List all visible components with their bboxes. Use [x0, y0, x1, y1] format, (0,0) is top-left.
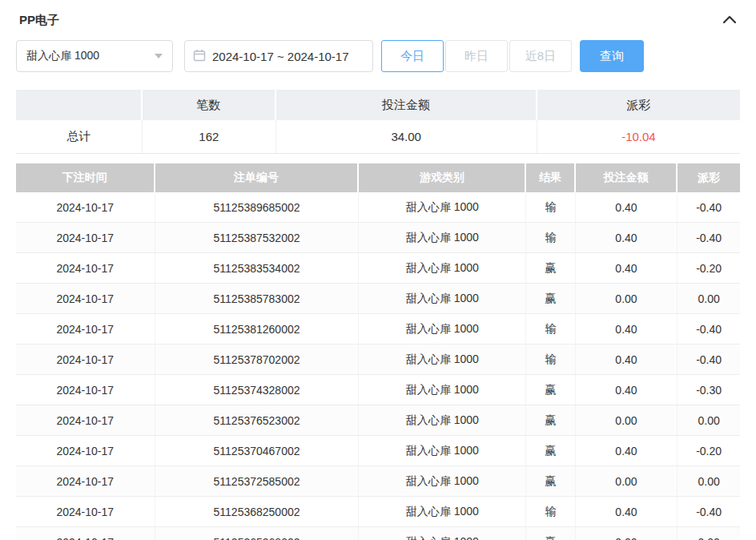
- bet-result: 输: [526, 223, 575, 252]
- bet-date: 2024-10-17: [16, 223, 155, 252]
- bet-payout: 0.00: [678, 466, 740, 496]
- bet-date: 2024-10-17: [16, 497, 155, 526]
- bet-result: 赢: [526, 253, 575, 283]
- bet-date: 2024-10-17: [16, 527, 155, 540]
- header-game-category: 游戏类别: [359, 163, 526, 192]
- header-payout: 派彩: [678, 163, 740, 192]
- bets-table-body: 2024-10-17 51125389685002 甜入心扉 1000 输 0.…: [16, 192, 740, 540]
- quick-date-buttons: 今日昨日近8日: [381, 40, 572, 72]
- bet-date: 2024-10-17: [16, 314, 155, 344]
- table-row: 2024-10-17 51125385783002 甜入心扉 1000 赢 0.…: [16, 284, 740, 314]
- collapse-button[interactable]: [722, 13, 737, 27]
- date-range-input[interactable]: 2024-10-17 ~ 2024-10-17: [184, 40, 373, 72]
- table-row: 2024-10-17 51125387532002 甜入心扉 1000 输 0.…: [16, 223, 740, 253]
- bet-game: 甜入心扉 1000: [359, 497, 526, 526]
- bet-date: 2024-10-17: [16, 345, 155, 374]
- bet-game: 甜入心扉 1000: [359, 223, 526, 252]
- summary-table: 笔数 投注金额 派彩 总计 162 34.00 -10.04: [16, 90, 740, 154]
- bet-game: 甜入心扉 1000: [359, 405, 526, 435]
- header-bet-id: 注单编号: [155, 163, 360, 192]
- bet-payout: -0.20: [678, 436, 740, 465]
- header-bet-amount: 投注金额: [576, 163, 678, 192]
- bet-result: 输: [526, 497, 575, 526]
- bet-id: 51125376523002: [155, 405, 360, 435]
- bet-game: 甜入心扉 1000: [359, 436, 526, 465]
- summary-total-row: 总计 162 34.00 -10.04: [16, 120, 740, 154]
- bet-id: 51125385783002: [155, 284, 360, 313]
- filter-row: 甜入心扉 1000 2024-10-17 ~ 2024-10-17 今日昨日近8…: [16, 40, 740, 72]
- quick-button-2[interactable]: 近8日: [509, 40, 572, 72]
- summary-header-row: 笔数 投注金额 派彩: [16, 90, 740, 120]
- bet-result: 赢: [526, 405, 575, 435]
- calendar-icon: [193, 49, 206, 64]
- quick-button-0[interactable]: 今日: [381, 40, 444, 72]
- bet-payout: -0.40: [678, 223, 740, 252]
- table-row: 2024-10-17 51125381260002 甜入心扉 1000 输 0.…: [16, 314, 740, 345]
- bet-amount: 0.00: [576, 466, 678, 496]
- bet-amount: 0.00: [576, 527, 678, 540]
- game-select[interactable]: 甜入心扉 1000: [16, 40, 173, 72]
- bet-amount: 0.00: [576, 284, 678, 313]
- chevron-down-icon: [155, 54, 163, 58]
- bet-date: 2024-10-17: [16, 284, 155, 313]
- bet-date: 2024-10-17: [16, 375, 155, 405]
- bet-payout: -0.30: [678, 375, 740, 405]
- chevron-up-icon: [722, 13, 737, 27]
- summary-total-payout: -10.04: [537, 120, 740, 153]
- bet-id: 51125378702002: [155, 345, 360, 374]
- summary-header-count: 笔数: [143, 90, 275, 120]
- summary-total-bet-amount: 34.00: [276, 120, 537, 153]
- table-row: 2024-10-17 51125383534002 甜入心扉 1000 赢 0.…: [16, 253, 740, 284]
- bet-result: 赢: [526, 436, 575, 465]
- page-title: PP电子: [19, 13, 59, 28]
- bet-amount: 0.40: [576, 223, 678, 252]
- bet-game: 甜入心扉 1000: [359, 527, 526, 540]
- bet-game: 甜入心扉 1000: [359, 284, 526, 313]
- bet-date: 2024-10-17: [16, 466, 155, 496]
- table-row: 2024-10-17 51125372585002 甜入心扉 1000 赢 0.…: [16, 466, 740, 497]
- bet-date: 2024-10-17: [16, 253, 155, 283]
- summary-header-blank: [16, 90, 143, 120]
- bet-amount: 0.40: [576, 314, 678, 344]
- game-select-value: 甜入心扉 1000: [26, 49, 99, 63]
- bet-amount: 0.40: [576, 253, 678, 283]
- bet-amount: 0.40: [576, 497, 678, 526]
- bet-id: 51125368250002: [155, 497, 360, 526]
- table-row: 2024-10-17 51125374328002 甜入心扉 1000 赢 0.…: [16, 375, 740, 405]
- header-bet-time: 下注时间: [16, 163, 155, 192]
- summary-header-bet-amount: 投注金额: [276, 90, 537, 120]
- bet-game: 甜入心扉 1000: [359, 192, 526, 222]
- quick-button-1[interactable]: 昨日: [445, 40, 508, 72]
- bet-payout: -0.20: [678, 253, 740, 283]
- bet-result: 输: [526, 345, 575, 374]
- bet-game: 甜入心扉 1000: [359, 253, 526, 283]
- bet-result: 赢: [526, 527, 575, 540]
- search-button[interactable]: 查询: [580, 40, 644, 72]
- bet-id: 51125389685002: [155, 192, 360, 222]
- bets-header-row: 下注时间 注单编号 游戏类别 结果 投注金额 派彩: [16, 163, 740, 192]
- bet-payout: -0.40: [678, 314, 740, 344]
- bet-amount: 0.00: [576, 405, 678, 435]
- table-row: 2024-10-17 51125378702002 甜入心扉 1000 输 0.…: [16, 345, 740, 375]
- date-range-value: 2024-10-17 ~ 2024-10-17: [212, 50, 349, 63]
- bet-payout: -0.40: [678, 192, 740, 222]
- bet-game: 甜入心扉 1000: [359, 314, 526, 344]
- summary-total-count: 162: [143, 120, 275, 153]
- bet-id: 51125383534002: [155, 253, 360, 283]
- bet-payout: 0.00: [678, 527, 740, 540]
- report-panel: PP电子 甜入心扉 1000 2024-10-17 ~ 2024-10-17: [0, 0, 756, 540]
- table-row: 2024-10-17 51125368250002 甜入心扉 1000 输 0.…: [16, 497, 740, 527]
- bet-id: 51125387532002: [155, 223, 360, 252]
- bet-date: 2024-10-17: [16, 192, 155, 222]
- bet-amount: 0.40: [576, 375, 678, 405]
- bet-id: 51125365368002: [155, 527, 360, 540]
- bet-game: 甜入心扉 1000: [359, 466, 526, 496]
- summary-header-payout: 派彩: [537, 90, 740, 120]
- bet-payout: -0.40: [678, 497, 740, 526]
- bet-date: 2024-10-17: [16, 405, 155, 435]
- bet-id: 51125372585002: [155, 466, 360, 496]
- bet-result: 赢: [526, 466, 575, 496]
- table-row: 2024-10-17 51125389685002 甜入心扉 1000 输 0.…: [16, 192, 740, 223]
- bet-id: 51125370467002: [155, 436, 360, 465]
- table-row: 2024-10-17 51125376523002 甜入心扉 1000 赢 0.…: [16, 405, 740, 436]
